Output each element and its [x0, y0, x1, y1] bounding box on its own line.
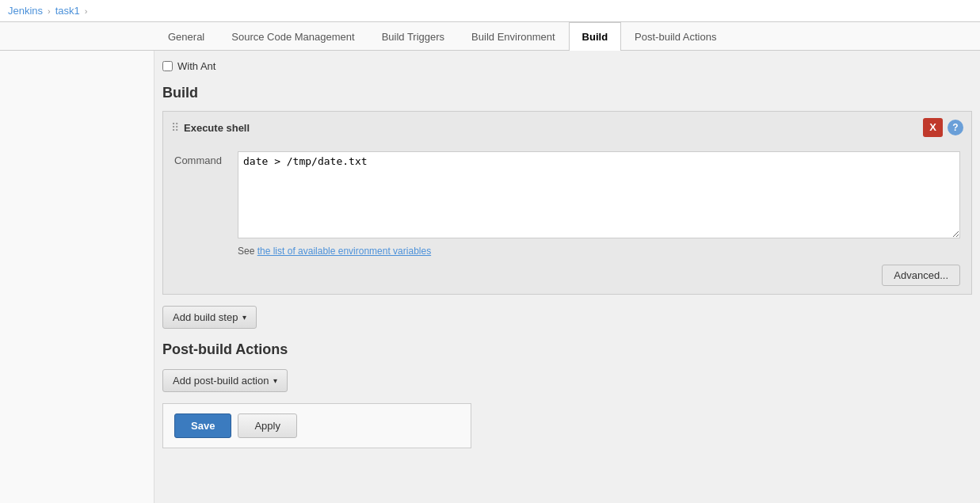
env-vars-text: See — [238, 246, 257, 257]
build-step-body: Command date > /tmp/date.txt See the lis… — [163, 143, 971, 294]
tab-build-environment[interactable]: Build Environment — [458, 22, 569, 51]
add-post-build-label: Add post-build action — [173, 375, 269, 387]
tab-post-build-actions[interactable]: Post-build Actions — [621, 22, 730, 51]
delete-step-button[interactable]: X — [923, 118, 943, 137]
add-build-step-button[interactable]: Add build step ▾ — [162, 306, 257, 329]
command-row: Command date > /tmp/date.txt See the lis… — [174, 151, 960, 257]
advanced-btn-row: Advanced... — [174, 265, 960, 286]
with-ant-label: With Ant — [177, 60, 215, 72]
execute-shell-label: Execute shell — [184, 122, 250, 134]
with-ant-checkbox[interactable] — [162, 61, 173, 71]
tab-build-triggers[interactable]: Build Triggers — [368, 22, 458, 51]
help-button[interactable]: ? — [948, 120, 963, 135]
chevron-down-icon: ▾ — [242, 313, 246, 322]
drag-handle-icon[interactable]: ⠿ — [171, 121, 179, 134]
build-step-header-right: X ? — [923, 118, 963, 137]
sidebar — [0, 51, 154, 503]
tab-build[interactable]: Build — [569, 22, 622, 51]
add-post-build-row: Add post-build action ▾ — [162, 369, 972, 392]
breadcrumb-task1[interactable]: task1 — [55, 5, 80, 17]
breadcrumb: Jenkins › task1 › — [0, 0, 980, 22]
with-ant-row: With Ant — [162, 51, 972, 78]
breadcrumb-sep-2: › — [85, 6, 88, 16]
add-build-step-label: Add build step — [173, 311, 238, 323]
tab-nav: General Source Code Management Build Tri… — [0, 22, 980, 51]
command-textarea[interactable]: date > /tmp/date.txt — [238, 151, 960, 238]
tab-general[interactable]: General — [154, 22, 218, 51]
bottom-bar: Save Apply — [162, 403, 471, 448]
command-control-area: date > /tmp/date.txt See the list of ava… — [238, 151, 960, 257]
build-step-header: ⠿ Execute shell X ? — [163, 112, 971, 143]
post-build-title: Post-build Actions — [162, 341, 972, 358]
add-build-step-row: Add build step ▾ — [162, 306, 972, 329]
apply-button[interactable]: Apply — [238, 413, 297, 438]
post-build-chevron-icon: ▾ — [273, 376, 277, 385]
advanced-button[interactable]: Advanced... — [882, 265, 960, 286]
breadcrumb-jenkins[interactable]: Jenkins — [8, 5, 43, 17]
build-section-title: Build — [162, 85, 972, 101]
add-post-build-button[interactable]: Add post-build action ▾ — [162, 369, 288, 392]
env-vars-link-row: See the list of available environment va… — [238, 246, 960, 257]
main-content: With Ant Build ⠿ Execute shell X ? Comma… — [0, 51, 980, 503]
env-vars-link[interactable]: the list of available environment variab… — [257, 246, 431, 257]
command-label: Command — [174, 151, 238, 166]
content-area: With Ant Build ⠿ Execute shell X ? Comma… — [154, 51, 980, 503]
save-button[interactable]: Save — [174, 413, 231, 438]
build-step-card: ⠿ Execute shell X ? Command date > /tmp/… — [162, 111, 972, 295]
build-step-header-left: ⠿ Execute shell — [171, 121, 250, 134]
tab-source-code[interactable]: Source Code Management — [218, 22, 368, 51]
post-build-section: Post-build Actions Add post-build action… — [162, 341, 972, 392]
breadcrumb-sep-1: › — [48, 6, 51, 16]
